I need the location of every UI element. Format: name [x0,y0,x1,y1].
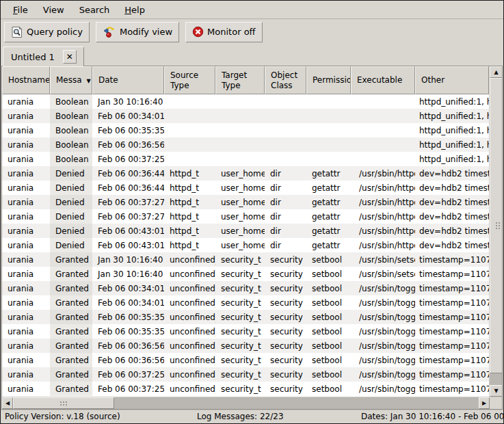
cell-date: Feb 06 00:34:01 [92,109,164,123]
cell-other: timestamp=11076 [415,295,489,310]
column-header-hostname[interactable]: Hostname [2,66,50,94]
cell-source_type [164,152,215,166]
horizontal-scrollbar[interactable]: ◀ ▶ [2,397,490,409]
cell-executable: /usr/sbin/toggle [351,382,415,396]
cell-other: httpd_unified:1, h [415,109,489,123]
query-policy-button[interactable]: Query policy [4,22,90,42]
cell-other: timestamp=11071 [415,267,489,281]
cell-source_type: httpd_t [164,238,215,252]
log-table: HostnameMessa▼DateSource TypeTarget Type… [1,66,503,410]
horizontal-scrollbar-trough[interactable] [114,397,479,409]
sort-descending-icon: ▼ [87,78,91,85]
cell-permission [306,137,351,152]
table-row[interactable]: uraniaGrantedFeb 06 00:36:56unconfined_s… [2,339,489,353]
table-body: uraniaBooleanJan 30 10:16:40httpd_unifie… [2,94,489,397]
table-row[interactable]: uraniaGrantedFeb 06 00:35:35unconfined_s… [2,310,489,324]
cell-other: dev=hdb2 timesta [415,224,489,238]
column-header-object_class[interactable]: Object Class [265,66,306,94]
horizontal-scrollbar-thumb[interactable] [13,397,114,409]
cell-other: httpd_unified:1, h [415,94,489,109]
table-row[interactable]: uraniaDeniedFeb 06 00:36:44httpd_tuser_h… [2,181,489,195]
menu-view[interactable]: View [36,2,72,18]
column-header-target_type[interactable]: Target Type [215,66,265,94]
cell-message: Denied [50,195,92,209]
cell-other: httpd_unified:1, h [415,152,489,166]
close-icon[interactable]: ✕ [63,50,77,64]
monitor-off-button[interactable]: Monitor off [185,22,262,42]
cell-other: dev=hdb2 timesta [415,181,489,195]
vertical-scrollbar[interactable]: ▲ ▼ [489,66,502,397]
column-header-message[interactable]: Messa▼ [50,66,92,94]
cell-date: Feb 06 00:34:01 [92,281,164,295]
cell-other: timestamp=11076 [415,310,489,324]
table-row[interactable]: uraniaBooleanFeb 06 00:36:56httpd_unifie… [2,137,489,152]
cell-permission: getattr [306,195,351,209]
modify-view-label: Modify view [120,27,172,37]
column-header-permission[interactable]: Permission [306,66,351,94]
table-row[interactable]: uraniaDeniedFeb 06 00:36:44httpd_tuser_h… [2,166,489,181]
cell-date: Feb 06 00:35:35 [92,123,164,137]
vertical-scrollbar-thumb[interactable] [490,78,502,373]
table-row[interactable]: uraniaDeniedFeb 06 00:43:01httpd_tuser_h… [2,238,489,252]
cell-other: timestamp=11076 [415,367,489,382]
table-row[interactable]: uraniaDeniedFeb 06 00:37:27httpd_tuser_h… [2,209,489,224]
menubar: File View Search Help [1,1,503,19]
cell-executable: /usr/sbin/httpd [351,224,415,238]
scrollbar-corner [490,397,502,409]
scroll-left-icon[interactable]: ◀ [2,397,13,409]
cell-object_class: security [265,339,306,353]
cell-executable [351,123,415,137]
cell-message: Boolean [50,137,92,152]
cell-target_type [215,94,265,109]
table-row[interactable]: uraniaBooleanJan 30 10:16:40httpd_unifie… [2,94,489,109]
menu-help[interactable]: Help [117,2,152,18]
cell-source_type: unconfined_ [164,281,215,295]
table-row[interactable]: uraniaDeniedFeb 06 00:43:01httpd_tuser_h… [2,224,489,238]
cell-object_class: security [265,310,306,324]
table-row[interactable]: uraniaGrantedFeb 06 00:36:56unconfined_s… [2,353,489,367]
table-row[interactable]: uraniaBooleanFeb 06 00:34:01httpd_unifie… [2,109,489,123]
cell-hostname: urania [2,152,50,166]
cell-source_type: unconfined_ [164,339,215,353]
table-row[interactable]: uraniaGrantedJan 30 10:16:40unconfined_s… [2,267,489,281]
modify-view-button[interactable]: Modify view [96,22,179,42]
vertical-scrollbar-trough[interactable] [490,373,502,385]
cell-source_type: unconfined_ [164,382,215,396]
scroll-up-icon[interactable]: ▲ [490,66,502,78]
scroll-right-icon[interactable]: ▶ [479,397,490,409]
cell-permission: getattr [306,238,351,252]
cell-source_type: unconfined_ [164,295,215,310]
cell-date: Feb 06 00:37:25 [92,367,164,382]
column-header-date[interactable]: Date [92,66,164,94]
column-header-executable[interactable]: Executable [351,66,415,94]
table-row[interactable]: uraniaGrantedFeb 06 00:35:35unconfined_s… [2,324,489,339]
cell-hostname: urania [2,209,50,224]
menu-file[interactable]: File [5,2,36,18]
column-header-other[interactable]: Other [415,66,489,94]
cell-date: Feb 06 00:43:01 [92,224,164,238]
cell-date: Feb 06 00:35:35 [92,310,164,324]
cell-object_class: dir [265,238,306,252]
cell-permission: getattr [306,224,351,238]
table-row[interactable]: uraniaBooleanFeb 06 00:35:35httpd_unifie… [2,123,489,137]
table-row[interactable]: uraniaGrantedFeb 06 00:34:01unconfined_s… [2,281,489,295]
cell-permission: setbool [306,310,351,324]
table-row[interactable]: uraniaGrantedFeb 06 00:37:25unconfined_s… [2,382,489,396]
menu-search[interactable]: Search [72,2,118,18]
cell-date: Feb 06 00:37:27 [92,209,164,224]
cell-object_class: security [265,382,306,396]
table-row[interactable]: uraniaBooleanFeb 06 00:37:25httpd_unifie… [2,152,489,166]
cell-object_class [265,152,306,166]
tab-untitled-1[interactable]: Untitled 1 ✕ [3,47,84,66]
column-header-source_type[interactable]: Source Type [164,66,215,94]
table-row[interactable]: uraniaDeniedFeb 06 00:37:27httpd_tuser_h… [2,195,489,209]
table-row[interactable]: uraniaGrantedFeb 06 00:37:25unconfined_s… [2,367,489,382]
cell-target_type: security_t [215,252,265,267]
cell-executable: /usr/sbin/toggle [351,339,415,353]
table-row[interactable]: uraniaGrantedJan 30 10:16:40unconfined_s… [2,252,489,267]
scroll-down-icon[interactable]: ▼ [490,385,502,397]
cell-source_type: unconfined_ [164,310,215,324]
cell-executable: /usr/sbin/toggle [351,324,415,339]
cell-source_type: httpd_t [164,181,215,195]
table-row[interactable]: uraniaGrantedFeb 06 00:34:01unconfined_s… [2,295,489,310]
